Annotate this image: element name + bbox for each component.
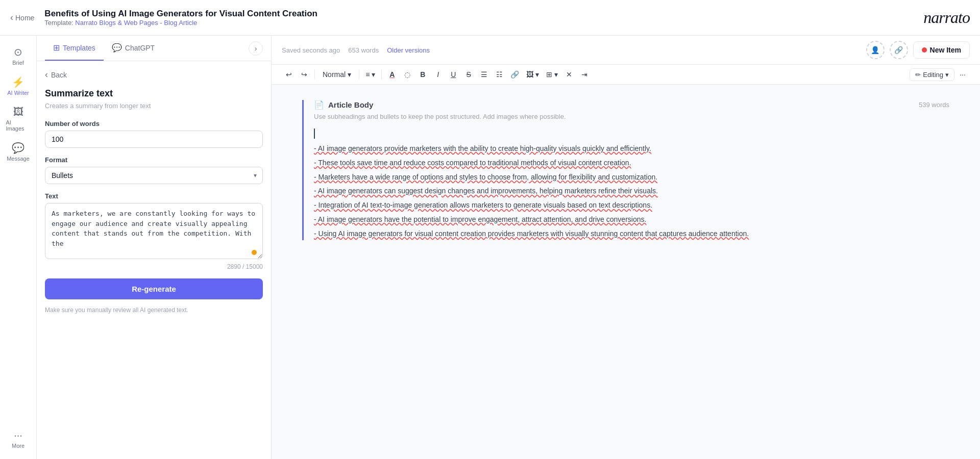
style-select[interactable]: Normal ▾: [318, 68, 356, 81]
toolbar-separator-2: [359, 69, 359, 80]
clear-format-icon: ✕: [566, 70, 572, 79]
editor-content[interactable]: 📄 Article Body 539 words Use subheadings…: [272, 85, 980, 459]
redo-button[interactable]: ↪: [297, 68, 311, 81]
sidebar-item-brief[interactable]: ⊙ Brief: [3, 42, 34, 70]
article-body-header: 📄 Article Body 539 words: [314, 100, 949, 110]
link-button[interactable]: 🔗: [507, 68, 522, 81]
top-header: Home Benefits of Using AI Image Generato…: [0, 0, 980, 36]
toolbar-separator-3: [381, 69, 382, 80]
tab-templates[interactable]: ⊞ Templates: [45, 36, 104, 61]
saved-status: Saved seconds ago: [282, 46, 340, 54]
template-link: Template: Narrato Blogs & Web Pages - Bl…: [44, 19, 317, 27]
form-title: Summarize text: [45, 88, 263, 99]
font-color-button[interactable]: A: [385, 68, 399, 81]
bullet-item-6: - Using AI image generators for visual c…: [314, 228, 949, 240]
strikethrough-button[interactable]: S: [461, 68, 476, 81]
italic-icon: I: [437, 70, 439, 79]
more-options-button[interactable]: ···: [955, 68, 970, 81]
italic-button[interactable]: I: [431, 68, 445, 81]
article-body-icon: 📄: [314, 100, 324, 110]
editing-dropdown[interactable]: ✏ Editing ▾: [910, 68, 954, 81]
section-word-count: 539 words: [919, 101, 949, 109]
header-left: Home Benefits of Using AI Image Generato…: [10, 9, 317, 27]
panel-content: Back Summarize text Creates a summary fr…: [37, 61, 271, 459]
main-layout: ⊙ Brief ⚡ AI Writer 🖼 AI Images 💬 Messag…: [0, 36, 980, 459]
format-select[interactable]: Bullets Paragraph Points: [45, 167, 263, 184]
sidebar-item-more[interactable]: ··· More: [3, 425, 34, 453]
toolbar-status: Saved seconds ago 653 words Older versio…: [282, 46, 430, 54]
article-body-section: 📄 Article Body 539 words Use subheadings…: [302, 100, 949, 240]
sidebar-item-ai-images[interactable]: 🖼 AI Images: [3, 102, 34, 136]
message-icon: 💬: [12, 142, 24, 154]
bullet-item-0: - AI image generators provide marketers …: [314, 143, 949, 155]
toolbar-actions: 👤 🔗 New Item: [866, 41, 970, 59]
bullet-item-5: - AI image generators have the potential…: [314, 214, 949, 226]
avatar-icon-2: 🔗: [894, 46, 903, 54]
form-description: Creates a summary from longer text: [45, 102, 263, 110]
new-item-label: New Item: [930, 46, 961, 54]
format-group: Format Bullets Paragraph Points ▾: [45, 156, 263, 184]
editor-text-body[interactable]: - AI image generators provide marketers …: [314, 129, 949, 240]
table-button[interactable]: ⊞ ▾: [543, 68, 561, 81]
font-color-icon: A: [389, 70, 395, 79]
avatar-button-1[interactable]: 👤: [866, 41, 885, 59]
article-body-title: 📄 Article Body: [314, 100, 373, 110]
clear-format-button[interactable]: ✕: [562, 68, 576, 81]
editor-area: Saved seconds ago 653 words Older versio…: [272, 36, 980, 459]
text-cursor: [314, 129, 315, 139]
avatar-button-2[interactable]: 🔗: [890, 41, 908, 59]
style-label: Normal: [323, 70, 346, 79]
cursor-line: [314, 129, 949, 139]
style-chevron-icon: ▾: [348, 70, 351, 79]
num-words-label: Number of words: [45, 120, 263, 128]
highlight-button[interactable]: ◌: [400, 68, 414, 81]
num-words-group: Number of words: [45, 120, 263, 148]
panel: ⊞ Templates 💬 ChatGPT › Back Summarize t…: [37, 36, 272, 459]
older-versions-link[interactable]: Older versions: [387, 46, 430, 54]
text-textarea[interactable]: As marketers, we are constantly looking …: [45, 203, 263, 259]
bullet-item-1: - These tools save time and reduce costs…: [314, 157, 949, 169]
num-words-input[interactable]: [45, 131, 263, 148]
more-icon: ···: [14, 429, 22, 441]
indent-button[interactable]: ⇥: [577, 68, 592, 81]
sidebar-item-ai-writer[interactable]: ⚡ AI Writer: [3, 72, 34, 100]
image-button[interactable]: 🖼 ▾: [523, 68, 542, 81]
tab-chatgpt[interactable]: 💬 ChatGPT: [104, 36, 163, 61]
icon-sidebar: ⊙ Brief ⚡ AI Writer 🖼 AI Images 💬 Messag…: [0, 36, 37, 459]
undo-button[interactable]: ↩: [282, 68, 296, 81]
table-icon: ⊞ ▾: [546, 70, 558, 79]
panel-collapse-button[interactable]: ›: [249, 41, 263, 56]
bullet-item-2: - Marketers have a wide range of options…: [314, 171, 949, 184]
strikethrough-icon: S: [467, 70, 471, 79]
regenerate-button[interactable]: Re-generate: [45, 278, 263, 299]
home-link[interactable]: Home: [10, 12, 34, 23]
bold-icon: B: [420, 70, 425, 79]
toolbar-separator-1: [314, 69, 315, 80]
word-count: 653 words: [348, 46, 379, 54]
link-icon: 🔗: [510, 70, 519, 79]
bold-button[interactable]: B: [415, 68, 430, 81]
editor-toolbar-top: Saved seconds ago 653 words Older versio…: [272, 36, 980, 65]
editing-label: Editing: [923, 71, 943, 79]
doc-title: Benefits of Using AI Image Generators fo…: [44, 9, 317, 19]
sidebar-item-message[interactable]: 💬 Message: [3, 138, 34, 166]
text-group: Text As marketers, we are constantly loo…: [45, 192, 263, 270]
ordered-list-button[interactable]: ☷: [492, 68, 506, 81]
template-link-anchor[interactable]: Narrato Blogs & Web Pages - Blog Article: [75, 19, 197, 27]
brief-icon: ⊙: [14, 46, 22, 58]
highlight-icon: ◌: [404, 70, 410, 79]
format-label: Format: [45, 156, 263, 164]
text-textarea-wrapper: As marketers, we are constantly looking …: [45, 203, 263, 261]
ordered-list-icon: ☷: [496, 70, 503, 79]
new-item-button[interactable]: New Item: [913, 41, 970, 59]
align-button[interactable]: ≡ ▾: [362, 68, 378, 81]
image-icon: 🖼 ▾: [526, 70, 539, 79]
doc-info: Benefits of Using AI Image Generators fo…: [44, 9, 317, 27]
underline-button[interactable]: U: [446, 68, 460, 81]
panel-tabs: ⊞ Templates 💬 ChatGPT ›: [37, 36, 271, 61]
editor-toolbar: ↩ ↪ Normal ▾ ≡ ▾ A ◌ B I U: [272, 65, 980, 85]
text-label: Text: [45, 192, 263, 200]
back-link[interactable]: Back: [45, 69, 263, 80]
bullet-list-button[interactable]: ☰: [477, 68, 491, 81]
editing-chevron-icon: ▾: [945, 71, 949, 79]
